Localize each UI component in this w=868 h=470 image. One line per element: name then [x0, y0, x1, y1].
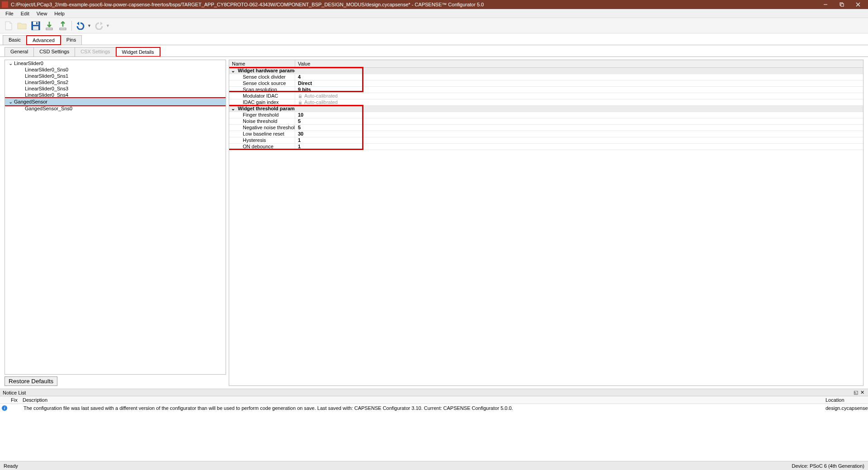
notice-description: The configuration file was last saved wi… — [24, 405, 826, 411]
notice-location: design.cycapsense — [826, 405, 866, 411]
grid-header: Name Value — [229, 60, 863, 68]
menu-view[interactable]: View — [33, 10, 51, 17]
widget-tree[interactable]: ⌄LinearSlider0 LinearSlider0_Sns0 Linear… — [5, 60, 226, 375]
grid-body: ⌄ Widget hardware parametersSense clock … — [229, 68, 863, 150]
widget-tree-panel: ⌄LinearSlider0 LinearSlider0_Sns0 Linear… — [5, 60, 226, 386]
close-button[interactable] — [850, 0, 866, 9]
tree-node-sns0[interactable]: LinearSlider0_Sns0 — [5, 66, 226, 73]
param-name: Hysteresis — [229, 137, 295, 143]
main-tabs: Basic Advanced Pins — [0, 33, 868, 45]
open-file-icon — [16, 20, 28, 32]
param-name: Modulator IDAC — [229, 93, 295, 99]
param-value[interactable]: 1 — [295, 144, 863, 150]
param-row[interactable]: Finger threshold10 — [229, 112, 863, 118]
param-row[interactable]: Sense clock sourceDirect — [229, 80, 863, 87]
param-value[interactable]: 5 — [295, 125, 863, 131]
param-row[interactable]: IDAC gain indexAuto-calibrated — [229, 99, 863, 106]
param-name: Low baseline reset — [229, 131, 295, 137]
tree-node-sns1[interactable]: LinearSlider0_Sns1 — [5, 73, 226, 79]
subtab-csx-settings: CSX Settings — [75, 47, 116, 57]
menu-help[interactable]: Help — [51, 10, 68, 17]
notice-row[interactable]: i The configuration file was last saved … — [0, 404, 868, 412]
notice-panel: Notice List ◱ ✕ Fix Description Location… — [0, 389, 868, 461]
param-value[interactable]: 9 bits — [295, 87, 863, 93]
lock-icon — [298, 100, 302, 105]
parameter-grid: Name Value ⌄ Widget hardware parametersS… — [229, 60, 863, 386]
status-right: Device: PSoC 6 (4th Generation) — [792, 463, 864, 469]
col-location: Location — [826, 397, 866, 403]
redo-dropdown-icon: ▼ — [106, 24, 110, 28]
svg-rect-6 — [33, 22, 38, 25]
tab-advanced[interactable]: Advanced — [26, 35, 61, 45]
notice-body: i The configuration file was last saved … — [0, 404, 868, 461]
titlebar: C:/Project/LPCap3_2/mtb-example-psoc6-lo… — [0, 0, 868, 9]
svg-rect-11 — [299, 96, 302, 98]
param-value[interactable]: Auto-calibrated — [295, 93, 863, 99]
tree-node-gangedsensor[interactable]: ⌄GangedSensor — [5, 97, 226, 106]
notice-columns: Fix Description Location — [0, 396, 868, 404]
info-icon: i — [2, 405, 7, 411]
param-name: IDAC gain index — [229, 99, 295, 105]
param-row[interactable]: ON debounce1 — [229, 144, 863, 150]
param-name: ON debounce — [229, 144, 295, 150]
param-group[interactable]: ⌄ Widget hardware parameters — [229, 68, 863, 74]
save-icon[interactable] — [30, 20, 42, 32]
subtab-csd-settings[interactable]: CSD Settings — [33, 47, 75, 57]
param-row[interactable]: Scan resolution9 bits — [229, 87, 863, 93]
param-row[interactable]: Hysteresis1 — [229, 137, 863, 144]
svg-rect-12 — [299, 102, 302, 104]
tree-node-ganged-sns0[interactable]: GangedSensor_Sns0 — [5, 105, 226, 112]
param-value[interactable]: 1 — [295, 137, 863, 143]
import-icon[interactable] — [43, 20, 55, 32]
param-value[interactable]: Auto-calibrated — [295, 99, 863, 105]
param-name: Scan resolution — [229, 87, 295, 93]
export-icon[interactable] — [57, 20, 69, 32]
notice-titlebar: Notice List ◱ ✕ — [0, 389, 868, 396]
param-value[interactable]: 4 — [295, 74, 863, 80]
new-file-icon — [3, 20, 14, 32]
content-area: ⌄LinearSlider0 LinearSlider0_Sns0 Linear… — [0, 56, 868, 389]
notice-close-icon[interactable]: ✕ — [859, 390, 865, 395]
param-name: Sense clock divider — [229, 74, 295, 80]
svg-rect-8 — [33, 26, 38, 30]
subtab-widget-details[interactable]: Widget Details — [116, 47, 160, 57]
param-row[interactable]: Modulator IDACAuto-calibrated — [229, 93, 863, 99]
group-title: Widget hardware parameters — [238, 68, 295, 73]
subtab-general[interactable]: General — [5, 47, 34, 57]
param-value[interactable]: 5 — [295, 118, 863, 124]
maximize-button[interactable] — [834, 0, 850, 9]
col-fix: Fix — [11, 397, 23, 403]
toolbar: ▼ ▼ — [0, 18, 868, 33]
tree-node-sns2[interactable]: LinearSlider0_Sns2 — [5, 79, 226, 85]
param-name: Finger threshold — [229, 112, 295, 118]
param-row[interactable]: Low baseline reset30 — [229, 131, 863, 137]
menu-file[interactable]: File — [2, 10, 17, 17]
menubar: File Edit View Help — [0, 9, 868, 18]
tab-basic[interactable]: Basic — [3, 35, 27, 45]
param-value[interactable]: Direct — [295, 80, 863, 86]
restore-defaults-button[interactable]: Restore Defaults — [5, 376, 57, 386]
menu-edit[interactable]: Edit — [17, 10, 33, 17]
svg-rect-9 — [46, 28, 52, 30]
tree-node-sns3[interactable]: LinearSlider0_Sns3 — [5, 85, 226, 92]
param-value[interactable]: 10 — [295, 112, 863, 118]
undo-dropdown-icon[interactable]: ▼ — [87, 24, 91, 28]
tree-label: GangedSensor — [14, 99, 47, 105]
param-name: Sense clock source — [229, 80, 295, 86]
param-group[interactable]: ⌄ Widget threshold parameters — [229, 106, 863, 112]
group-title: Widget threshold parameters — [238, 106, 295, 111]
tab-pins[interactable]: Pins — [61, 35, 82, 45]
param-value[interactable]: 30 — [295, 131, 863, 137]
notice-undock-icon[interactable]: ◱ — [853, 390, 859, 395]
sub-tabs: General CSD Settings CSX Settings Widget… — [0, 45, 868, 57]
param-row[interactable]: Negative noise threshold5 — [229, 125, 863, 131]
undo-icon[interactable] — [75, 20, 86, 32]
minimize-button[interactable] — [817, 0, 834, 9]
param-name: Negative noise threshold — [229, 125, 295, 131]
param-row[interactable]: Noise threshold5 — [229, 118, 863, 125]
param-row[interactable]: Sense clock divider4 — [229, 74, 863, 80]
tree-node-linearslider0[interactable]: ⌄LinearSlider0 — [5, 60, 226, 66]
status-left: Ready — [4, 463, 792, 469]
svg-rect-2 — [841, 4, 844, 6]
notice-title-text: Notice List — [3, 390, 853, 395]
